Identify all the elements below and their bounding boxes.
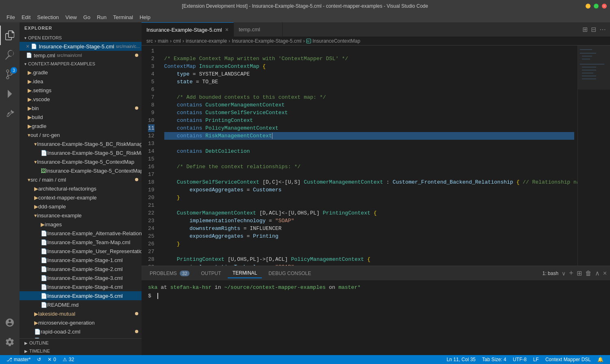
menu-view[interactable]: View [62,13,80,21]
status-branch[interactable]: ⎇ master* [3,357,34,362]
tree-item-ddd-sample[interactable]: ▶ ddd-sample [20,202,142,211]
status-tab-size[interactable]: Tab Size: 4 [479,357,510,362]
tree-item-user-rep[interactable]: 📄 Insurance-Example_User_Representations… [20,247,142,256]
tab-temp-cml[interactable]: temp.cml [234,22,283,37]
tree-item-insurance-example[interactable]: ▾ insurance-example [20,211,142,220]
tree-item-idea[interactable]: ▶ .idea [20,77,142,86]
tree-item-build[interactable]: ▶ build [20,113,142,121]
open-editor-item-insurance[interactable]: × 📄 Insurance-Example-Stage-5.cml src/ma… [20,42,142,51]
breadcrumb-file[interactable]: Insurance-Example-Stage-5.cml [232,38,301,44]
tree-item-vscode[interactable]: ▶ .vscode [20,95,142,104]
terminal-tab-problems[interactable]: PROBLEMS 32 [145,269,194,278]
tree-item-images[interactable]: ▶ images [20,220,142,229]
status-warnings[interactable]: ⚠ 32 [59,357,77,362]
tree-item-bc-riskmanage-file[interactable]: 📄 Insurance-Example-Stage-5_BC_RiskManag… [20,148,142,157]
tree-item-arch-refactorings[interactable]: ▶ architectural-refactorings [20,184,142,193]
menu-run[interactable]: Run [94,13,110,21]
folder-icon: ▶ [41,221,45,228]
terminal-tab-output[interactable]: OUTPUT [196,269,226,278]
terminal-tab-terminal[interactable]: TERMINAL [228,269,262,278]
more-actions-button[interactable]: ⋯ [599,25,607,34]
tab-close-icon[interactable]: × [225,26,229,33]
split-editor-button[interactable]: ⊞ [582,25,588,34]
terminal-content[interactable]: ska at stefan-ka-hsr in ~/source/context… [142,280,610,355]
tree-item-lakeside-mutual[interactable]: ▶ lakeside-mutual [20,309,142,318]
tree-item-stage5[interactable]: 📄 Insurance-Example-Stage-5.cml [20,291,142,300]
terminal-add-button[interactable]: + [569,269,573,277]
tree-item-stage3[interactable]: 📄 Insurance-Example-Stage-3.cml [20,273,142,282]
tab-insurance-stage5[interactable]: Insurance-Example-Stage-5.cml × [142,22,234,37]
status-line-ending[interactable]: LF [530,357,542,362]
status-sync[interactable]: ↺ [34,357,44,362]
tree-item-bc-riskmanage-folder[interactable]: ▾ Insurance-Example-Stage-5_BC_RiskManag… [20,139,142,148]
menu-terminal[interactable]: Terminal [110,13,136,21]
maximize-button[interactable]: □ [594,4,599,9]
account-activity-icon[interactable] [0,313,20,332]
run-activity-icon[interactable] [0,84,20,104]
code-content[interactable]: /* Example Context Map written with 'Con… [161,46,577,266]
breadcrumb-main[interactable]: main [158,38,168,44]
file-icon: 📄 [41,302,47,308]
terminal-line-2: $ [148,292,603,301]
breadcrumb-symbol[interactable]: M InsuranceContextMap [306,38,360,44]
branch-icon: ⎇ [7,357,12,362]
tree-item-team-map[interactable]: 📄 Insurance-Example_Team-Map.cml [20,238,142,247]
terminal-selector[interactable]: 1: bash [542,271,558,276]
tree-item-gradle-root[interactable]: ▶ gradle [20,121,142,130]
menu-edit[interactable]: Edit [18,13,34,21]
terminal-tabs: PROBLEMS 32 OUTPUT TERMINAL DEBUG CONSOL… [142,266,610,280]
tree-item-bin[interactable]: ▶ bin [20,104,142,113]
breadcrumb-src[interactable]: src [146,38,153,44]
close-button[interactable]: × [602,4,607,9]
status-language[interactable]: Context Mapper DSL [542,357,594,362]
minimize-button[interactable]: − [586,4,590,9]
folder-icon: ▾ [28,177,30,183]
terminal-split-button[interactable]: ⊞ [577,269,582,277]
close-file-icon[interactable]: × [26,43,29,50]
status-errors[interactable]: ✕ 0 [44,357,59,362]
menu-help[interactable]: Help [136,13,154,21]
tree-item-microservice-gen[interactable]: ▶ microservice-generation [20,318,142,327]
toggle-panel-button[interactable]: ⊟ [590,25,597,34]
tree-item-stage1[interactable]: 📄 Insurance-Example-Stage-1.cml [20,256,142,264]
terminal-trash-button[interactable]: 🗑 [585,270,592,277]
breadcrumb-insurance-example[interactable]: insurance-example [186,38,227,44]
tree-item-src-main-cml[interactable]: ▾ src / main / cml [20,175,142,184]
tree-item-settings[interactable]: ▶ .settings [20,86,142,95]
tree-item-stage4[interactable]: 📄 Insurance-Example-Stage-4.cml [20,282,142,291]
line-ending-label: LF [533,357,539,362]
source-control-activity-icon[interactable]: 3 [0,65,20,84]
open-editors-header[interactable]: ▾ OPEN EDITORS [20,34,142,42]
settings-activity-icon[interactable] [0,332,20,352]
status-encoding[interactable]: UTF-8 [510,357,530,362]
terminal-chevron-up[interactable]: ∧ [595,269,600,277]
menu-file[interactable]: File [3,13,18,21]
outline-section-header[interactable]: ▶ OUTLINE [20,338,142,347]
tree-item-stage2[interactable]: 📄 Insurance-Example-Stage-2.cml [20,264,142,273]
terminal-selector-chevron[interactable]: ∨ [562,270,566,277]
terminal-close-button[interactable]: × [603,270,607,277]
tree-item-readme[interactable]: 📄 README.md [20,300,142,309]
breadcrumb-cml[interactable]: cml [173,38,181,44]
terminal-tab-debug[interactable]: DEBUG CONSOLE [264,269,316,278]
status-cursor-position[interactable]: Ln 11, Col 35 [443,357,479,362]
open-editor-item-temp[interactable]: 📄 temp.cml src/main/cml [20,51,142,60]
tree-item-context-mapper-example[interactable]: ▶ context-mapper-example [20,193,142,202]
menu-selection[interactable]: Selection [34,13,62,21]
extensions-activity-icon[interactable] [0,104,20,123]
tree-item-contextmap-folder[interactable]: ▾ Insurance-Example-Stage-5_ContextMap [20,157,142,166]
tree-item-alt-relationships[interactable]: 📄 Insurance-Example_Alternative-Relation… [20,229,142,238]
explorer-activity-icon[interactable] [0,26,20,45]
search-activity-icon[interactable] [0,45,20,65]
workspace-header[interactable]: ▾ CONTEXT-MAPPER-EXAMPLES [20,60,142,68]
tree-item-rapid-ooad-2[interactable]: 📄 rapid-ooad-2.cml [20,327,142,336]
tree-item-gradle[interactable]: ▶ .gradle [20,68,142,77]
activity-bottom [0,313,20,352]
tree-item-contextmap-png[interactable]: 🖼 Insurance-Example-Stage-5_ContextMap.p… [20,166,142,175]
timeline-section-header[interactable]: ▶ TIMELINE [20,347,142,355]
menu-go[interactable]: Go [80,13,94,21]
status-bar: ⎇ master* ↺ ✕ 0 ⚠ 32 Ln 11, Col 35 Tab S… [0,355,610,364]
tree-item-out-srcgen[interactable]: ▾ out / src-gen [20,130,142,139]
status-notifications[interactable]: 🔔 [594,357,607,362]
terminal-branch: master* [338,284,361,290]
